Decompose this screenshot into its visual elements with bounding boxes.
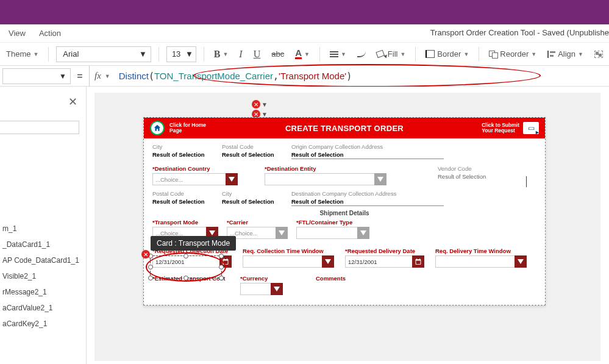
home-label: Click for HomePage <box>169 123 206 134</box>
selection-outline[interactable] <box>150 255 222 279</box>
chevron-down-icon[interactable] <box>357 227 369 239</box>
delete-control[interactable]: ✕▼ <box>252 100 268 109</box>
resize-handle[interactable] <box>219 254 224 259</box>
card-tooltip: Card : Transport Mode <box>151 236 236 251</box>
close-panel-button[interactable]: ✕ <box>68 95 77 109</box>
chevron-down-icon[interactable] <box>322 255 334 268</box>
chevron-down-icon[interactable] <box>276 227 288 239</box>
rdd-input[interactable]: 12/31/2001 <box>345 255 424 268</box>
ftl-label: *FTL/Container Type <box>296 219 369 226</box>
chevron-down-icon[interactable] <box>515 255 527 268</box>
rdd-label: *Requested Delivery Date <box>345 248 424 254</box>
justify-button[interactable]: ▼ <box>327 49 349 60</box>
rdtw-label: Req. Delivery Time Window <box>435 248 527 254</box>
equals-label: = <box>71 71 89 82</box>
chevron-down-icon: ▼ <box>139 49 147 59</box>
border-button[interactable]: Border▼ <box>423 47 471 61</box>
city-value: Result of Selection <box>152 151 213 158</box>
underline-button[interactable]: U <box>251 46 263 62</box>
font-family-select[interactable]: Arial▼ <box>56 46 151 62</box>
strike-button[interactable]: abc <box>269 47 287 61</box>
resize-handle[interactable] <box>148 276 153 280</box>
form-body: CityResult of Selection Postal CodeResul… <box>144 138 545 305</box>
tree-item[interactable]: m_1 <box>0 221 87 237</box>
font-size-select[interactable]: 13▼ <box>166 46 196 62</box>
bold-button[interactable]: B▼ <box>212 46 231 62</box>
resize-handle[interactable] <box>183 254 188 259</box>
origin-addr-label: Origin Company Collection Address <box>291 143 444 150</box>
workspace: ✕ m_1 _DataCard1_1 AP Code_DataCard1_1 V… <box>0 87 609 364</box>
tree-search[interactable] <box>0 121 79 134</box>
formula-function: Distinct <box>119 71 149 81</box>
curve-button[interactable] <box>355 49 368 60</box>
resize-handle[interactable] <box>183 276 188 280</box>
origin-addr-value: Result of Selection <box>291 151 444 159</box>
delete-icon[interactable]: ✕ <box>141 250 150 259</box>
ftl-dropdown[interactable] <box>296 227 369 239</box>
form-header: Click for HomePage CREATE TRANSPORT ORDE… <box>144 118 545 138</box>
dest-addr-value: Result of Selection <box>291 198 444 206</box>
postal-label: Postal Code <box>222 143 283 150</box>
group-button[interactable] <box>592 48 605 60</box>
comments-label: Comments <box>316 275 377 282</box>
vendor-label: Vendor Code <box>438 165 505 172</box>
vendor-value: Result of Selection <box>438 173 505 180</box>
italic-button[interactable]: I <box>237 46 244 62</box>
app-title: Transport Order Creation Tool - Saved (U… <box>430 28 609 37</box>
design-canvas[interactable]: ✕▼ ✕▼ Click for HomePage CREATE TRANSPOR… <box>94 93 600 361</box>
formula-input[interactable]: fx ▼ Distinct(TON_TransportMode_Carrier,… <box>89 66 609 87</box>
tree-item[interactable]: _DataCard1_1 <box>0 237 87 252</box>
tree-item[interactable]: AP Code_DataCard1_1 <box>0 252 87 268</box>
resize-handle[interactable] <box>148 265 153 269</box>
tree-item[interactable]: rMessage2_1 <box>0 284 87 300</box>
reorder-button[interactable]: Reorder▼ <box>486 47 539 61</box>
chevron-down-icon[interactable] <box>374 173 386 185</box>
currency-label: *Currency <box>240 275 295 282</box>
dest-country-dropdown[interactable]: ...Choice... <box>152 173 238 185</box>
rdtw-dropdown[interactable] <box>435 255 527 268</box>
menu-view[interactable]: View <box>9 29 26 38</box>
postal2-label: Postal Code <box>152 190 213 197</box>
align-button[interactable]: Align▼ <box>545 47 586 61</box>
chevron-down-icon: ▼ <box>185 49 193 59</box>
calendar-icon[interactable] <box>412 255 424 268</box>
city2-value: Result of Selection <box>222 198 283 205</box>
dest-entity-label: *Destination Entity <box>265 165 386 172</box>
fx-icon: fx <box>94 71 101 81</box>
formula-datasource: TON_TransportMode_Carrier <box>154 71 273 81</box>
delete-card-button[interactable]: ✕ <box>141 250 150 259</box>
theme-dropdown[interactable]: Theme▼ <box>4 47 41 61</box>
fill-button[interactable]: Fill▼ <box>374 47 408 61</box>
tmode-label: *Transport Mode <box>152 219 218 226</box>
property-select[interactable]: ▼ <box>2 68 71 84</box>
currency-dropdown[interactable] <box>240 283 283 295</box>
dest-country-label: *Destination Country <box>152 165 238 172</box>
rctw-label: Req. Collection Time Window <box>243 248 334 254</box>
postal2-value: Result of Selection <box>152 198 213 205</box>
city-label: City <box>152 143 213 150</box>
formula-bar: ▼ = fx ▼ Distinct(TON_TransportMode_Carr… <box>0 66 609 87</box>
city2-label: City <box>222 190 283 197</box>
chevron-down-icon[interactable] <box>226 173 238 185</box>
resize-handle[interactable] <box>219 276 224 280</box>
tree-item[interactable]: aCardKey2_1 <box>0 316 87 332</box>
tree-item[interactable]: aCardValue2_1 <box>0 300 87 316</box>
chevron-down-icon[interactable] <box>271 283 283 295</box>
delete-icon[interactable]: ✕ <box>252 100 260 109</box>
menu-bar: View Action Transport Order Creation Too… <box>0 24 609 43</box>
formula-arg: 'Transport Mode' <box>279 71 346 81</box>
text-cursor <box>526 176 527 187</box>
carrier-label: *Carrier <box>227 219 288 226</box>
tree-item[interactable]: Visible2_1 <box>0 268 87 284</box>
menu-action[interactable]: Action <box>39 29 61 38</box>
dest-entity-dropdown[interactable] <box>265 173 386 185</box>
font-color-button[interactable]: A▼ <box>293 46 312 62</box>
app-titlebar <box>0 0 609 24</box>
home-button[interactable] <box>150 121 165 135</box>
submit-button[interactable]: ▭ <box>523 122 539 134</box>
rctw-dropdown[interactable] <box>243 255 334 268</box>
resize-handle[interactable] <box>219 265 224 269</box>
tree-panel: ✕ m_1 _DataCard1_1 AP Code_DataCard1_1 V… <box>0 87 87 364</box>
dest-addr-label: Destination Company Collection Address <box>291 190 444 197</box>
chevron-down-icon: ▼ <box>105 73 110 79</box>
